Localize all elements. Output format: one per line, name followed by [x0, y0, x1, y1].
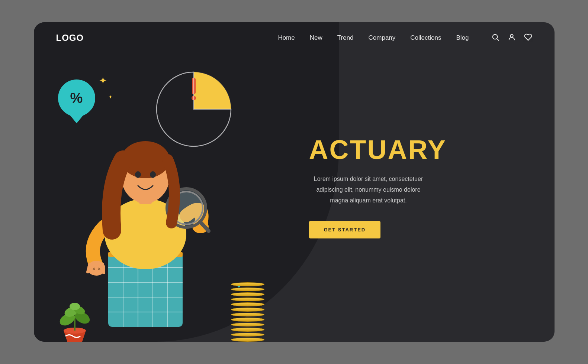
sparkle-icon-1: ✦: [99, 76, 107, 85]
coin-7: [231, 308, 264, 312]
coin-8: [231, 302, 264, 306]
coin-1: [231, 338, 264, 342]
svg-point-39: [70, 303, 80, 310]
svg-point-24: [135, 171, 141, 178]
bubble-circle: %: [58, 79, 95, 117]
nav-company[interactable]: Company: [369, 34, 396, 41]
coin-10: [231, 292, 264, 296]
right-content: ACTUARY Lorem ipsum dolor sit amet, cons…: [287, 53, 555, 342]
navbar: LOGO Home New Trend Company Collections …: [34, 22, 555, 53]
nav-home[interactable]: Home: [278, 34, 295, 41]
plant: [56, 290, 93, 342]
heart-icon[interactable]: [524, 33, 532, 43]
svg-text:×: ×: [98, 266, 100, 272]
nav-blog[interactable]: Blog: [456, 34, 469, 41]
coin-4: [231, 323, 264, 327]
coins-stack: [231, 282, 264, 342]
coin-5: [231, 318, 264, 322]
coin-12: [231, 282, 264, 286]
cta-button[interactable]: GET STARTED: [309, 221, 381, 238]
coin-2: [231, 333, 264, 337]
user-icon[interactable]: [508, 33, 516, 43]
nav-icons: [491, 33, 532, 43]
svg-line-30: [103, 264, 104, 273]
character: × ×: [71, 111, 220, 342]
svg-text:×: ×: [93, 266, 95, 272]
nav-new[interactable]: New: [310, 34, 322, 41]
nav-trend[interactable]: Trend: [337, 34, 354, 41]
coin-9: [231, 298, 264, 302]
nav-links: Home New Trend Company Collections Blog: [278, 34, 469, 42]
illustration: % ✦ ✦ ✦ ✦: [34, 53, 287, 342]
svg-point-2: [510, 34, 513, 37]
logo: LOGO: [56, 33, 84, 43]
svg-line-27: [88, 264, 90, 272]
coin-11: [231, 287, 264, 292]
percent-symbol: %: [70, 90, 83, 106]
coin-6: [231, 313, 264, 317]
sparkle-icon-2: ✦: [108, 94, 113, 100]
coin-3: [231, 328, 264, 332]
nav-collections[interactable]: Collections: [410, 34, 441, 41]
main-card: LOGO Home New Trend Company Collections …: [34, 22, 555, 342]
search-icon[interactable]: [491, 33, 499, 43]
main-content: % ✦ ✦ ✦ ✦: [34, 53, 555, 342]
svg-point-25: [150, 171, 156, 178]
hero-description: Lorem ipsum dolor sit amet, consectetuer…: [309, 174, 428, 206]
hero-title: ACTUARY: [309, 134, 447, 165]
svg-line-1: [497, 39, 499, 40]
